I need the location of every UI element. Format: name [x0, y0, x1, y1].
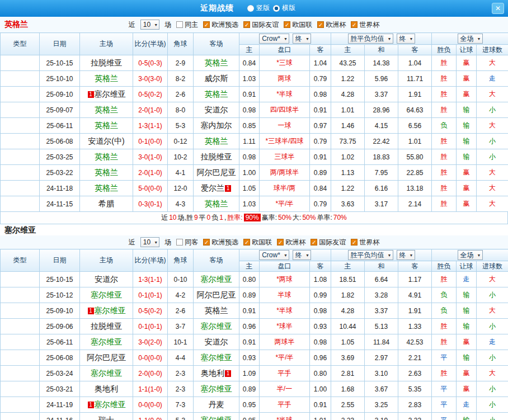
home-team[interactable]: 1塞尔维亚 — [80, 397, 133, 413]
home-team[interactable]: 英格兰 — [80, 71, 133, 87]
handicap-line: 两球半 — [260, 334, 310, 350]
away-team[interactable]: 英格兰 — [194, 55, 239, 71]
scope-select[interactable]: 全场 — [458, 250, 483, 260]
team-name: 英格兰 — [4, 20, 28, 30]
goals-result-cell: 大 — [477, 366, 508, 381]
same-venue-checkbox[interactable]: 同客 — [176, 238, 198, 247]
home-team[interactable]: 拉脱维亚 — [80, 55, 133, 71]
match-score: 3-0(3-0) — [133, 71, 168, 87]
match-score: 0-0(0-0) — [133, 397, 168, 413]
home-team[interactable]: 奥地利 — [80, 381, 133, 397]
result-cell: 平 — [432, 350, 457, 366]
final-select[interactable]: 终 — [397, 250, 415, 260]
away-team[interactable]: 英格兰 — [194, 134, 239, 149]
europe-home-odds: 1.22 — [331, 71, 365, 87]
red-card-badge: 1 — [88, 91, 94, 98]
layout-radio-horizontal[interactable]: 横版 — [273, 3, 295, 13]
home-team[interactable]: 英格兰 — [80, 149, 133, 165]
away-team[interactable]: 拉脱维亚 — [194, 149, 239, 165]
home-team[interactable]: 英格兰 — [80, 165, 133, 181]
handicap-line: 两/两球半 — [260, 165, 310, 181]
odds-company-select[interactable]: Crow* — [259, 34, 289, 44]
away-team[interactable]: 安道尔 — [194, 334, 239, 350]
match-count-select[interactable]: 10 — [140, 237, 159, 247]
away-team[interactable]: 奥地利1 — [194, 366, 239, 381]
competition-checkbox[interactable]: 欧洲杯 — [317, 20, 346, 30]
europe-draw-odds: 18.83 — [365, 149, 398, 165]
europe-home-odds: 2.55 — [331, 397, 365, 413]
competition-checkbox[interactable]: 欧洲预选 — [203, 20, 238, 30]
away-team[interactable]: 塞尔维亚 — [194, 319, 239, 334]
competition-checkbox-label: 欧洲杯 — [285, 238, 305, 247]
europe-draw-odds: 4.15 — [365, 118, 398, 134]
home-team[interactable]: 塞尔维亚 — [80, 334, 133, 350]
away-team[interactable]: 阿尔巴尼亚 — [194, 165, 239, 181]
odds-company-select[interactable]: Crow* — [259, 250, 289, 260]
away-team[interactable]: 威尔斯 — [194, 71, 239, 87]
away-team[interactable]: 塞尔维亚 — [194, 272, 239, 287]
europe-home-odds: 73.75 — [331, 134, 365, 149]
competition-checkbox[interactable]: 国际友谊 — [243, 20, 279, 30]
titlebar[interactable]: 近期战绩 竖版横版 ✕ — [0, 0, 508, 17]
layout-radio-vertical[interactable]: 竖版 — [247, 3, 270, 13]
competition-checkbox[interactable]: 欧国联 — [284, 20, 312, 30]
away-team[interactable]: 丹麦 — [194, 397, 239, 413]
summary-part: 0 — [207, 214, 211, 221]
final-select[interactable]: 终 — [397, 34, 415, 44]
home-team[interactable]: 英格兰 — [80, 102, 133, 118]
col-corner: 角球 — [168, 249, 194, 272]
handicap-home-odds: 0.80 — [239, 272, 260, 287]
competition-checkbox[interactable]: 欧洲预选 — [203, 238, 238, 247]
europe-home-odds: 1.05 — [331, 334, 365, 350]
summary-part: 场,胜 — [178, 214, 193, 221]
away-team[interactable]: 爱尔兰1 — [194, 181, 239, 196]
home-team[interactable]: 瑞士 — [80, 413, 133, 420]
match-count-select[interactable]: 10 — [140, 20, 159, 30]
home-team[interactable]: 安道尔(中) — [80, 134, 133, 149]
final-select[interactable]: 终 — [293, 34, 311, 44]
home-team[interactable]: 安道尔 — [80, 272, 133, 287]
final-select[interactable]: 终 — [293, 250, 311, 260]
europe-away-odds: 3.33 — [398, 413, 432, 420]
same-venue-checkbox[interactable]: 同主 — [176, 20, 198, 30]
away-team[interactable]: 塞尔维亚 — [194, 350, 239, 366]
away-team[interactable]: 安道尔 — [194, 102, 239, 118]
home-team[interactable]: 英格兰 — [80, 181, 133, 196]
subcol-4: 和 — [365, 261, 398, 272]
home-team[interactable]: 拉脱维亚 — [80, 319, 133, 334]
home-team[interactable]: 希腊 — [80, 196, 133, 212]
competition-checkbox[interactable]: 世界杯 — [351, 238, 379, 247]
europe-draw-odds: 7.95 — [365, 165, 398, 181]
competition-checkbox[interactable]: 欧国联 — [243, 238, 272, 247]
home-team[interactable]: 塞尔维亚 — [80, 366, 133, 381]
home-team-label: 希腊 — [98, 199, 114, 208]
away-team[interactable]: 阿尔巴尼亚 — [194, 287, 239, 303]
scope-select[interactable]: 全场 — [458, 34, 483, 44]
home-team[interactable]: 阿尔巴尼亚 — [80, 350, 133, 366]
home-team[interactable]: 塞尔维亚 — [80, 287, 133, 303]
summary-part: 赢率: — [262, 214, 277, 221]
close-button[interactable]: ✕ — [492, 3, 504, 14]
corner-score: 4-4 — [168, 350, 194, 366]
match-date: 24-11-16 — [40, 413, 80, 420]
competition-checkbox[interactable]: 欧洲杯 — [277, 238, 305, 247]
checkbox-icon — [203, 21, 210, 28]
competition-checkbox[interactable]: 世界杯 — [351, 20, 379, 30]
match-row: 欧洲预选25-09-101塞尔维亚0-5(0-2)2-6英格兰0.91*半球0.… — [1, 303, 508, 319]
avg-odds-select[interactable]: 胜平负均值 — [348, 250, 393, 260]
away-team[interactable]: 塞尔维亚 — [194, 381, 239, 397]
avg-odds-select[interactable]: 胜平负均值 — [348, 34, 393, 44]
away-team[interactable]: 英格兰 — [194, 196, 239, 212]
away-team[interactable]: 塞内加尔 — [194, 118, 239, 134]
away-team[interactable]: 塞尔维亚 — [194, 413, 239, 420]
home-team[interactable]: 1塞尔维亚 — [80, 303, 133, 319]
away-team[interactable]: 英格兰 — [194, 303, 239, 319]
home-team[interactable]: 1塞尔维亚 — [80, 87, 133, 102]
home-team-label: 塞尔维亚 — [95, 306, 126, 315]
away-team-label: 塞尔维亚 — [201, 322, 232, 331]
handicap-line: 球半/两 — [260, 181, 310, 196]
home-team[interactable]: 英格兰 — [80, 118, 133, 134]
competition-type: 欧洲预选 — [1, 134, 40, 149]
competition-checkbox[interactable]: 国际友谊 — [311, 238, 346, 247]
away-team[interactable]: 英格兰 — [194, 87, 239, 102]
